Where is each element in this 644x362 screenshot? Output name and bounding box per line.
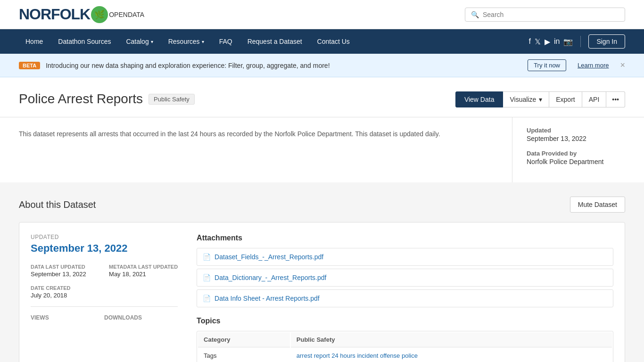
metadata-last-updated-section: Metadata Last Updated May 18, 2021 <box>109 264 178 278</box>
tag-arrest[interactable]: arrest <box>297 352 312 359</box>
nav-divider <box>580 36 581 47</box>
about-updated-label: Updated <box>31 234 178 240</box>
mute-dataset-button[interactable]: Mute Dataset <box>570 197 625 213</box>
dataset-title-area: Police Arrest Reports Public Safety <box>19 91 195 107</box>
attachment-item-1[interactable]: 📄 Dataset_Fields_-_Arrest_Reports.pdf <box>197 248 613 266</box>
nav-item-faq[interactable]: FAQ <box>213 34 239 49</box>
topics-tags-row: Tags arrest report 24 hours incident off… <box>198 348 612 362</box>
nav-right: f 𝕏 ▶ in 📷 Sign In <box>529 34 626 49</box>
instagram-icon[interactable]: 📷 <box>563 37 573 46</box>
views-label: Views <box>31 314 104 321</box>
main-content: Police Arrest Reports Public Safety View… <box>0 77 644 182</box>
banner-text: Introducing our new data shaping and exp… <box>46 62 522 69</box>
more-options-button[interactable]: ••• <box>606 91 625 107</box>
downloads-section: Downloads <box>104 314 178 321</box>
linkedin-icon[interactable]: in <box>554 37 560 46</box>
data-last-updated-value: September 13, 2022 <box>31 271 99 278</box>
tag-police[interactable]: police <box>402 352 418 359</box>
logo-leaf-icon <box>91 6 108 23</box>
topics-tags-values: arrest report 24 hours incident offense … <box>291 348 612 362</box>
updated-value: September 13, 2022 <box>527 135 630 142</box>
about-updated-date: September 13, 2022 <box>31 242 178 255</box>
facebook-icon[interactable]: f <box>529 37 531 46</box>
logo-norfolk-text: NORFOLK <box>19 6 90 23</box>
date-created-label: Date Created <box>31 285 178 291</box>
twitter-icon[interactable]: 𝕏 <box>535 37 541 46</box>
try-it-now-button[interactable]: Try it now <box>528 59 566 71</box>
topics-table: Category Public Safety Tags arrest repor… <box>197 331 613 362</box>
dataset-info: This dataset represents all arrests that… <box>0 117 644 182</box>
site-logo[interactable]: NORFOLKOPENDATA <box>19 6 144 23</box>
topics-col2-header: Public Safety <box>291 332 612 347</box>
api-button[interactable]: API <box>582 91 607 107</box>
topics-tags-label: Tags <box>198 348 290 362</box>
search-box: 🔍 <box>465 8 625 22</box>
export-button[interactable]: Export <box>549 91 582 107</box>
nav-item-catalog[interactable]: Catalog ▾ <box>119 34 159 49</box>
provider-label: Data Provided by <box>527 150 630 157</box>
metadata-last-updated-label: Metadata Last Updated <box>109 264 178 270</box>
about-section: About this Dataset Mute Dataset Updated … <box>0 182 644 362</box>
visualize-chevron-icon: ▾ <box>539 96 542 103</box>
about-left-column: Updated September 13, 2022 Data Last Upd… <box>31 234 178 362</box>
nav-item-request-dataset[interactable]: Request a Dataset <box>241 34 309 49</box>
topics-col1-header: Category <box>198 332 290 347</box>
site-header: NORFOLKOPENDATA 🔍 <box>0 0 644 29</box>
nav-item-contact-us[interactable]: Contact Us <box>311 34 356 49</box>
about-card: Updated September 13, 2022 Data Last Upd… <box>19 222 625 362</box>
tag-report[interactable]: report <box>314 352 330 359</box>
visualize-button[interactable]: Visualize ▾ <box>503 91 549 107</box>
search-input[interactable] <box>483 11 619 18</box>
banner-close-button[interactable]: × <box>620 60 625 70</box>
view-data-button[interactable]: View Data <box>455 91 504 107</box>
downloads-label: Downloads <box>104 314 178 321</box>
views-section: Views <box>31 314 104 321</box>
resources-chevron-icon: ▾ <box>202 39 204 44</box>
tag-24hours[interactable]: 24 hours <box>331 352 355 359</box>
category-badge: Public Safety <box>149 94 195 105</box>
attachment-name-3: Data Info Sheet - Arrest Reports.pdf <box>215 295 320 302</box>
views-downloads: Views Downloads <box>31 314 178 321</box>
dataset-meta-sidebar: Updated September 13, 2022 Data Provided… <box>512 117 644 182</box>
action-buttons: View Data Visualize ▾ Export API ••• <box>455 91 625 107</box>
attachment-name-1: Dataset_Fields_-_Arrest_Reports.pdf <box>215 253 323 261</box>
attachments-title: Attachments <box>197 234 613 242</box>
divider <box>31 306 178 307</box>
nav-item-datathon[interactable]: Datathon Sources <box>51 34 117 49</box>
sign-in-button[interactable]: Sign In <box>588 34 625 49</box>
learn-more-link[interactable]: Learn more <box>572 60 614 71</box>
tag-offense[interactable]: offense <box>380 352 400 359</box>
about-title: About this Dataset <box>19 199 96 210</box>
search-icon: 🔍 <box>471 11 479 18</box>
attachment-item-3[interactable]: 📄 Data Info Sheet - Arrest Reports.pdf <box>197 289 613 307</box>
beta-badge: BETA <box>19 62 40 69</box>
date-created-value: July 20, 2018 <box>31 292 178 299</box>
data-last-updated-label: Data Last Updated <box>31 264 99 270</box>
dataset-description-text: This dataset represents all arrests that… <box>19 129 493 139</box>
provider-value: Norfolk Police Department <box>527 158 630 165</box>
main-nav: Home Datathon Sources Catalog ▾ Resource… <box>0 29 644 54</box>
updated-label: Updated <box>527 127 630 134</box>
youtube-icon[interactable]: ▶ <box>545 37 550 46</box>
beta-banner: BETA Introducing our new data shaping an… <box>0 54 644 77</box>
about-right-column: Attachments 📄 Dataset_Fields_-_Arrest_Re… <box>197 234 613 362</box>
logo-opendata-text: OPENDATA <box>109 11 144 18</box>
about-header: About this Dataset Mute Dataset <box>19 197 625 213</box>
attachment-name-2: Data_Dictionary_-_Arrest_Reports.pdf <box>215 274 326 281</box>
pdf-icon-2: 📄 <box>203 274 211 281</box>
pdf-icon-1: 📄 <box>203 253 211 261</box>
metadata-last-updated-value: May 18, 2021 <box>109 271 178 278</box>
attachment-item-2[interactable]: 📄 Data_Dictionary_-_Arrest_Reports.pdf <box>197 269 613 287</box>
about-meta-grid: Data Last Updated September 13, 2022 Met… <box>31 264 178 278</box>
nav-item-resources[interactable]: Resources ▾ <box>162 34 211 49</box>
pdf-icon-3: 📄 <box>203 295 211 302</box>
dataset-description: This dataset represents all arrests that… <box>0 117 512 182</box>
date-created-section: Date Created July 20, 2018 <box>31 285 178 299</box>
dataset-title: Police Arrest Reports <box>19 91 143 107</box>
tag-incident[interactable]: incident <box>357 352 378 359</box>
nav-item-home[interactable]: Home <box>19 34 50 49</box>
social-icons: f 𝕏 ▶ in 📷 <box>529 37 573 46</box>
topics-title: Topics <box>197 317 613 325</box>
nav-left: Home Datathon Sources Catalog ▾ Resource… <box>19 34 356 49</box>
catalog-chevron-icon: ▾ <box>151 39 153 44</box>
